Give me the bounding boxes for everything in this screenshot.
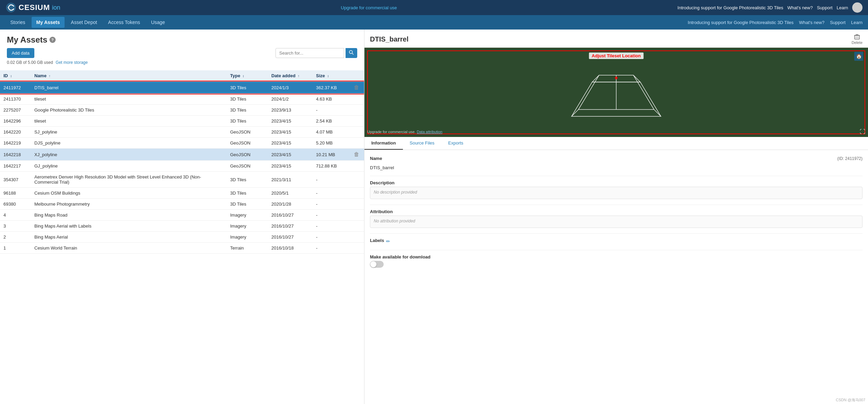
- preview-label: Adjust Tileset Location: [589, 53, 644, 59]
- cell-action: [350, 188, 364, 199]
- cell-action: [350, 172, 364, 188]
- col-header-size[interactable]: Size ↕: [313, 70, 350, 81]
- download-label: Make available for download: [370, 254, 863, 259]
- col-header-id[interactable]: ID ↕: [0, 70, 31, 81]
- preview-bottom: Upgrade for commercial use. Data attribu…: [367, 129, 865, 135]
- cell-id: 2411370: [0, 94, 31, 105]
- table-header-row: ID ↕ Name ↑ Type ↕ Date added ↑ Size ↕: [0, 70, 364, 81]
- upgrade-text: Upgrade for commercial use. Data attribu…: [367, 130, 442, 134]
- expand-icon[interactable]: ⛶: [860, 129, 865, 135]
- table-row[interactable]: 1 Cesium World Terrain Terrain 2016/10/1…: [0, 243, 364, 254]
- table-row[interactable]: 2275207 Google Photorealistic 3D Tiles 3…: [0, 105, 364, 116]
- cell-size: -: [313, 232, 350, 243]
- sidebar-item-usage[interactable]: Usage: [146, 17, 170, 28]
- cell-size: 362.37 KB: [313, 81, 350, 94]
- tab-exports[interactable]: Exports: [441, 137, 470, 150]
- add-data-button[interactable]: Add data: [7, 48, 34, 58]
- cell-action: [350, 210, 364, 221]
- cell-size: -: [313, 221, 350, 232]
- search-input[interactable]: [275, 48, 344, 58]
- col-header-date[interactable]: Date added ↑: [268, 70, 313, 81]
- cell-size: -: [313, 188, 350, 199]
- cell-id: 2: [0, 232, 31, 243]
- edit-labels-icon[interactable]: ✏: [386, 239, 390, 244]
- id-value: 2411972: [845, 156, 861, 161]
- sidebar-item-access-tokens[interactable]: Access Tokens: [103, 17, 145, 28]
- upgrade-link[interactable]: Upgrade for commercial use: [341, 5, 397, 10]
- cell-type: GeoJSON: [227, 149, 268, 161]
- cell-size: 2.54 KB: [313, 116, 350, 127]
- data-attribution-link[interactable]: Data attribution: [417, 130, 442, 134]
- cell-action: [350, 94, 364, 105]
- cell-id: 1642220: [0, 127, 31, 138]
- row-delete-icon[interactable]: 🗑: [354, 151, 359, 157]
- cell-size: 10.21 MB: [313, 149, 350, 161]
- table-row[interactable]: 1642220 SJ_polyline GeoJSON 2023/4/15 4.…: [0, 127, 364, 138]
- logo-cesium: CESIUM: [19, 3, 50, 12]
- table-row[interactable]: 69380 Melbourne Photogrammetry 3D Tiles …: [0, 199, 364, 210]
- cell-id: 4: [0, 210, 31, 221]
- whats-new-link[interactable]: What's new?: [787, 5, 813, 10]
- cell-action: [350, 243, 364, 254]
- preview-area: Adjust Tileset Location: [364, 48, 868, 137]
- table-row[interactable]: 354307 Aerometrex Denver High Resolution…: [0, 172, 364, 188]
- avatar[interactable]: [852, 2, 863, 13]
- get-more-storage-link[interactable]: Get more storage: [56, 60, 88, 65]
- cell-name: Cesium World Terrain: [31, 243, 227, 254]
- upgrade-text-span: Upgrade for commercial use.: [367, 130, 416, 134]
- sidebar-item-asset-depot[interactable]: Asset Depot: [66, 17, 102, 28]
- row-delete-icon[interactable]: 🗑: [354, 84, 359, 90]
- main-layout: My Assets ? Add data 0.02 GB of 5.00 GB …: [0, 30, 868, 404]
- info-tabs: Information Source Files Exports: [364, 137, 868, 150]
- toggle-knob: [370, 261, 376, 267]
- cell-date: 2024/1/2: [268, 94, 313, 105]
- cell-type: 3D Tiles: [227, 105, 268, 116]
- table-row[interactable]: 1642296 tileset 3D Tiles 2023/4/15 2.54 …: [0, 116, 364, 127]
- cell-size: -: [313, 172, 350, 188]
- cell-name: tileset: [31, 116, 227, 127]
- table-container[interactable]: ID ↕ Name ↑ Type ↕ Date added ↑ Size ↕ 2…: [0, 70, 364, 404]
- table-row[interactable]: 96188 Cesium OSM Buildings 3D Tiles 2020…: [0, 188, 364, 199]
- cesium-logo-icon: [5, 2, 16, 13]
- cell-size: -: [313, 199, 350, 210]
- download-toggle[interactable]: [370, 261, 384, 268]
- attribution-box[interactable]: No attribution provided: [370, 216, 863, 228]
- table-row[interactable]: 2411972 DTIS_barrel 3D Tiles 2024/1/3 36…: [0, 81, 364, 94]
- table-row[interactable]: 1642217 GJ_polyline GeoJSON 2023/4/15 71…: [0, 161, 364, 172]
- cell-date: 2024/1/3: [268, 81, 313, 94]
- cell-action: [350, 221, 364, 232]
- table-row[interactable]: 4 Bing Maps Road Imagery 2016/10/27 -: [0, 210, 364, 221]
- col-header-type[interactable]: Type ↕: [227, 70, 268, 81]
- tab-information[interactable]: Information: [364, 137, 403, 150]
- cell-size: 4.07 MB: [313, 127, 350, 138]
- tab-source-files[interactable]: Source Files: [403, 137, 441, 150]
- description-box[interactable]: No description provided: [370, 187, 863, 199]
- support-link[interactable]: Support: [817, 5, 833, 10]
- cell-name: GJ_polyline: [31, 161, 227, 172]
- table-row[interactable]: 3 Bing Maps Aerial with Labels Imagery 2…: [0, 221, 364, 232]
- nav-whats-new[interactable]: What's new?: [799, 20, 824, 25]
- description-row: Description No description provided: [370, 180, 863, 199]
- cell-id: 3: [0, 221, 31, 232]
- cell-id: 1642218: [0, 149, 31, 161]
- cell-id: 2275207: [0, 105, 31, 116]
- nav-learn[interactable]: Learn: [851, 20, 863, 25]
- learn-link[interactable]: Learn: [837, 5, 848, 10]
- help-icon[interactable]: ?: [49, 37, 56, 43]
- cell-action: [350, 161, 364, 172]
- top-bar-right: Introducing support for Google Photoreal…: [677, 2, 863, 13]
- left-header: My Assets ? Add data 0.02 GB of 5.00 GB …: [0, 30, 364, 70]
- table-row[interactable]: 2411370 tileset 3D Tiles 2024/1/2 4.63 K…: [0, 94, 364, 105]
- sidebar-item-stories[interactable]: Stories: [5, 17, 30, 28]
- preview-home-button[interactable]: 🏠: [854, 52, 863, 61]
- table-row[interactable]: 1642218 XJ_polyline GeoJSON 2023/4/15 10…: [0, 149, 364, 161]
- table-row[interactable]: 2 Bing Maps Aerial Imagery 2016/10/27 -: [0, 232, 364, 243]
- cell-name: Google Photorealistic 3D Tiles: [31, 105, 227, 116]
- col-header-name[interactable]: Name ↑: [31, 70, 227, 81]
- nav-support[interactable]: Support: [830, 20, 846, 25]
- asset-name-value: DTIS_barrel: [370, 165, 863, 170]
- delete-button[interactable]: Delete: [852, 34, 863, 45]
- search-button[interactable]: [346, 48, 357, 58]
- table-row[interactable]: 1642219 DJS_polyline GeoJSON 2023/4/15 5…: [0, 138, 364, 149]
- sidebar-item-my-assets[interactable]: My Assets: [32, 17, 65, 28]
